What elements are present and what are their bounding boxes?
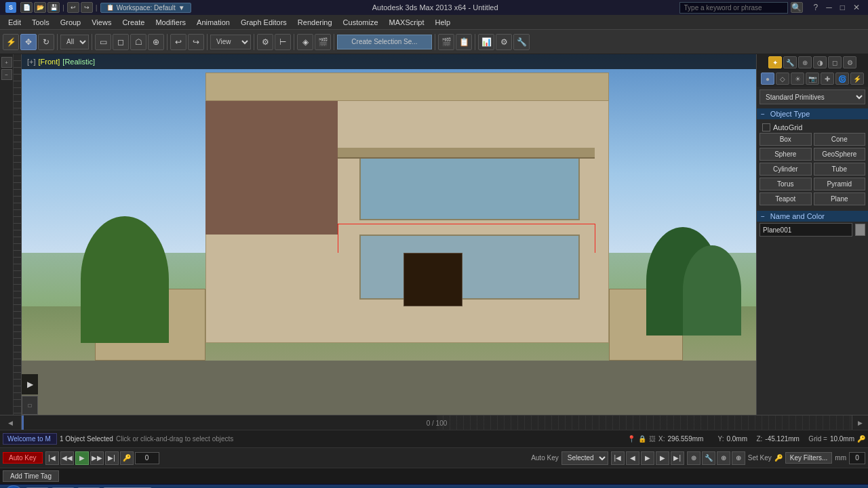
- anim-prev-frame-btn[interactable]: ◀: [626, 451, 639, 465]
- menu-animation[interactable]: Animation: [191, 17, 235, 28]
- menu-views[interactable]: Views: [86, 17, 117, 28]
- viewport-play-btn[interactable]: ▶: [22, 374, 38, 394]
- help-btn[interactable]: ?: [811, 3, 821, 12]
- tab-utilities[interactable]: ⚙: [843, 56, 856, 68]
- menu-create[interactable]: Create: [117, 17, 150, 28]
- subtab-spacewarps[interactable]: 🌀: [835, 73, 849, 85]
- tab-create[interactable]: ✦: [768, 56, 782, 68]
- filter-select[interactable]: All: [60, 35, 89, 49]
- move-tool-btn[interactable]: ✥: [20, 34, 37, 50]
- subtab-lights[interactable]: ☀: [791, 73, 804, 85]
- mirror-btn[interactable]: ⊢: [275, 34, 291, 50]
- obj-cone[interactable]: Cone: [814, 133, 866, 146]
- obj-tube[interactable]: Tube: [814, 163, 866, 176]
- view-select[interactable]: View: [210, 35, 251, 49]
- search-input[interactable]: [679, 2, 788, 14]
- menu-customize[interactable]: Customize: [338, 17, 384, 28]
- redo-scene-btn[interactable]: ↪: [188, 34, 204, 50]
- selection-set-btn[interactable]: Create Selection Se...: [337, 35, 432, 49]
- menu-modifiers[interactable]: Modifiers: [150, 17, 191, 28]
- mini-btn-1[interactable]: +: [1, 57, 12, 68]
- anim-play-btn[interactable]: ▶: [641, 451, 654, 465]
- viewport-plus[interactable]: [+]: [27, 58, 36, 66]
- minimize-btn[interactable]: ─: [823, 3, 835, 12]
- undo-scene-btn[interactable]: ↩: [170, 34, 186, 50]
- select-region-btn[interactable]: ▭: [95, 34, 111, 50]
- snap-2d-btn[interactable]: ⊕: [148, 34, 164, 50]
- close-btn[interactable]: ✕: [850, 3, 863, 12]
- menu-graph-editors[interactable]: Graph Editors: [235, 17, 292, 28]
- select-tool-btn[interactable]: ⚡: [3, 34, 19, 50]
- anim-extra-1[interactable]: ⊕: [687, 451, 701, 465]
- tab-hierarchy[interactable]: ⊕: [798, 56, 812, 68]
- open-btn[interactable]: 📂: [34, 2, 46, 13]
- name-color-header[interactable]: − Name and Color: [757, 211, 868, 222]
- save-btn[interactable]: 💾: [47, 2, 60, 13]
- new-btn[interactable]: 📄: [20, 2, 33, 13]
- menu-group[interactable]: Group: [55, 17, 87, 28]
- workspace-button[interactable]: 📋 Workspace: Default ▼: [100, 3, 191, 13]
- key-mode-btn[interactable]: 🔑: [120, 451, 134, 465]
- next-frame-btn[interactable]: ▶▶: [90, 451, 104, 465]
- anim-next-frame-btn[interactable]: ▶: [656, 451, 669, 465]
- rotate-tool-btn[interactable]: ↻: [38, 34, 54, 50]
- redo-btn[interactable]: ↪: [81, 2, 93, 13]
- prev-frame-btn[interactable]: ◀◀: [60, 451, 74, 465]
- layer-manager-btn[interactable]: 📋: [456, 34, 472, 50]
- menu-edit[interactable]: Edit: [3, 17, 26, 28]
- tab-motion[interactable]: ◑: [813, 56, 827, 68]
- std-primitives-select[interactable]: Standard Primitives: [760, 89, 865, 104]
- window-crossing-btn[interactable]: ◻: [113, 34, 129, 50]
- subtab-cameras[interactable]: 📷: [806, 73, 819, 85]
- render-btn[interactable]: 🎬: [315, 34, 331, 50]
- subtab-shapes[interactable]: ◇: [776, 73, 789, 85]
- obj-pyramid[interactable]: Pyramid: [814, 178, 866, 190]
- key-filters-btn[interactable]: Key Filters...: [785, 452, 833, 464]
- search-btn[interactable]: 🔍: [791, 2, 803, 13]
- obj-cylinder[interactable]: Cylinder: [760, 163, 812, 176]
- material-btn[interactable]: ◈: [297, 34, 313, 50]
- tab-display[interactable]: ◻: [828, 56, 842, 68]
- obj-torus[interactable]: Torus: [760, 178, 812, 190]
- color-swatch[interactable]: [855, 224, 865, 236]
- obj-box[interactable]: Box: [760, 133, 812, 146]
- obj-geosphere[interactable]: GeoSphere: [814, 148, 866, 161]
- obj-teapot[interactable]: Teapot: [760, 192, 812, 205]
- selected-dropdown[interactable]: Selected: [561, 451, 608, 465]
- menu-tools[interactable]: Tools: [26, 17, 55, 28]
- settings-btn[interactable]: ⚙: [496, 34, 512, 50]
- add-time-tag-btn[interactable]: Add Time Tag: [3, 470, 59, 482]
- anim-prev-btn[interactable]: |◀: [611, 451, 625, 465]
- anim-extra-4[interactable]: ⊕: [732, 451, 745, 465]
- mm-input[interactable]: [849, 452, 865, 464]
- menu-maxscript[interactable]: MAXScript: [384, 17, 430, 28]
- mini-btn-2[interactable]: −: [1, 69, 12, 80]
- subtab-geometry[interactable]: ●: [761, 73, 774, 85]
- anim-extra-3[interactable]: ⊕: [717, 451, 730, 465]
- obj-sphere[interactable]: Sphere: [760, 148, 812, 161]
- anim-next-btn[interactable]: ▶|: [671, 451, 684, 465]
- maximize-btn[interactable]: □: [837, 3, 848, 12]
- timeline-track[interactable]: 0 / 100: [22, 415, 852, 430]
- viewport-view-label[interactable]: [Front]: [39, 58, 60, 66]
- auto-key-button[interactable]: Auto Key: [3, 452, 43, 464]
- ribbon-toggle-btn[interactable]: 📊: [478, 34, 494, 50]
- autogrid-checkbox[interactable]: [762, 123, 770, 131]
- anim-extra-2[interactable]: 🔧: [702, 451, 715, 465]
- object-type-header[interactable]: − Object Type: [757, 108, 868, 119]
- select-object-btn[interactable]: ☖: [130, 34, 146, 50]
- frame-input[interactable]: [135, 452, 159, 464]
- obj-plane[interactable]: Plane: [814, 192, 866, 205]
- go-start-btn[interactable]: |◀: [45, 451, 59, 465]
- subtab-systems[interactable]: ⚡: [850, 73, 864, 85]
- go-end-btn[interactable]: ▶|: [105, 451, 119, 465]
- viewport[interactable]: [+] [Front] [Realistic] ▶ □: [22, 54, 756, 415]
- undo-btn[interactable]: ↩: [67, 2, 79, 13]
- menu-help[interactable]: Help: [430, 17, 456, 28]
- object-name-input[interactable]: [760, 223, 852, 237]
- play-btn[interactable]: ▶: [75, 451, 89, 465]
- scene-explorer-btn[interactable]: 🎬: [438, 34, 454, 50]
- align-btn[interactable]: ⚙: [257, 34, 273, 50]
- subtab-helpers[interactable]: ✚: [821, 73, 834, 85]
- misc-btn[interactable]: 🔧: [513, 34, 530, 50]
